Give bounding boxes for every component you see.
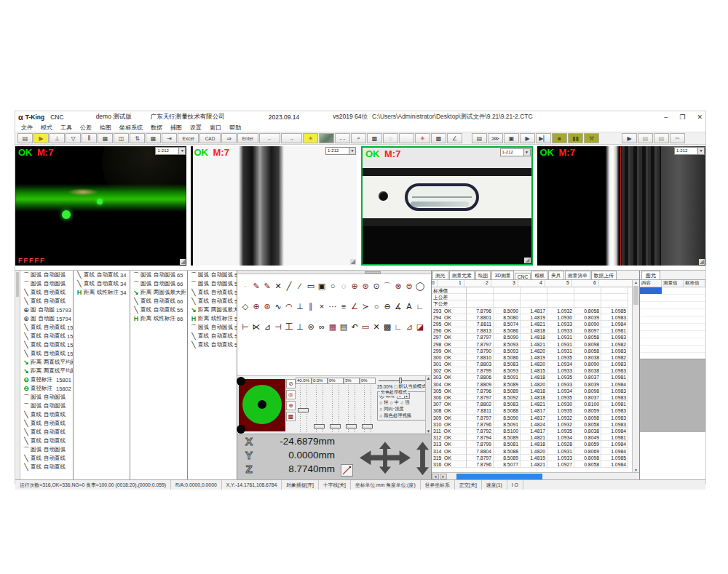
- measure-tool-icon[interactable]: ⊕: [350, 282, 359, 291]
- light-slider[interactable]: 0.0%: [312, 378, 328, 434]
- 圆弧[interactable]: ⌒ 圆弧 自动圆弧 55: [189, 279, 237, 288]
- cad-export-button[interactable]: CAD: [199, 133, 221, 143]
- stage-button[interactable]: ▦: [98, 133, 113, 143]
- construct-tool-icon[interactable]: 工: [285, 322, 293, 332]
- dither-button[interactable]: ▩: [431, 133, 446, 143]
- result-row[interactable]: 301 OK 7.8803 8.5083 1.4820 1.0934 0.809…: [432, 361, 639, 367]
- construct-tool-icon[interactable]: ▦: [328, 322, 337, 332]
- measure-tool-icon[interactable]: ⊛: [361, 282, 370, 291]
- result-row[interactable]: 305 OK 7.8796 8.5089 1.4818 1.0934 0.809…: [432, 388, 639, 394]
- lens-select[interactable]: 1-212▼: [500, 148, 531, 156]
- measure-tool-icon[interactable]: ⋯: [328, 302, 337, 311]
- 直线[interactable]: ╲ 直线 自动直线 55: [132, 306, 187, 314]
- result-row[interactable]: 296 OK 7.8813 8.5086 1.4818 1.0933 0.809…: [432, 327, 639, 334]
- slider-thumb[interactable]: [330, 424, 341, 428]
- resize-grip-icon[interactable]: ◢: [350, 259, 356, 265]
- radio-color-video[interactable]: ○: [379, 413, 382, 418]
- construct-tool-icon[interactable]: ▩: [383, 322, 392, 332]
- measure-tool-icon[interactable]: ⊥: [296, 302, 304, 311]
- block-button[interactable]: ▦: [146, 133, 161, 143]
- pattern-button[interactable]: ▩: [367, 133, 382, 143]
- 直径标注[interactable]: ⊖ 直径标注 15801: [22, 375, 73, 384]
- jog-z-arrows[interactable]: [416, 442, 429, 475]
- menu-item[interactable]: 捕图: [170, 124, 182, 132]
- measure-tool-icon[interactable]: ⊗: [394, 282, 403, 291]
- 圆弧[interactable]: ⌒ 圆弧 自动圆弧 65: [132, 271, 187, 279]
- light-mode-icon[interactable]: ◎: [286, 390, 296, 399]
- tool-button[interactable]: ⚒: [584, 133, 599, 143]
- measure-tool-icon[interactable]: ⊛: [263, 302, 272, 311]
- dash-button[interactable]: - -: [335, 133, 350, 143]
- measure-tool-icon[interactable]: ✎: [252, 282, 261, 291]
- radio-mid[interactable]: ○: [390, 400, 393, 405]
- next-button[interactable]: →: [281, 133, 302, 143]
- light-mode-icon[interactable]: ⊘: [286, 379, 296, 388]
- result-row[interactable]: 299 OK 7.8790 8.5093 1.4820 1.0931 0.805…: [432, 348, 639, 354]
- batch-button[interactable]: ⋙: [488, 133, 503, 143]
- minimize-button[interactable]: –: [664, 113, 668, 121]
- 距离[interactable]: ↘ 距离 两直线平均距离: [22, 358, 73, 367]
- scrollbar-thumb[interactable]: [456, 474, 542, 479]
- measure-tool-icon[interactable]: ⊖: [383, 302, 392, 311]
- light-mode-icon[interactable]: ▩: [286, 412, 296, 421]
- measure-tool-icon[interactable]: ◯: [416, 282, 424, 291]
- result-row[interactable]: 312 OK 7.8794 8.5089 1.4821 1.0934 0.804…: [432, 434, 639, 441]
- detail-rows[interactable]: [640, 287, 705, 359]
- panel-splitter[interactable]: [237, 271, 431, 274]
- menu-item[interactable]: 帮助: [229, 124, 241, 132]
- 距离[interactable]: ↘ 距离 两圆弧最大距离: [132, 288, 187, 297]
- excel-export-button[interactable]: Excel: [178, 133, 199, 143]
- diagonal-jog-button[interactable]: [341, 464, 353, 477]
- 直线[interactable]: ╲ 直线 自动直线 55: [189, 288, 237, 297]
- stop-button[interactable]: ■: [552, 133, 567, 143]
- detail-column-header[interactable]: 内容: [640, 280, 662, 287]
- 圆弧[interactable]: ⌒ 圆弧 自动圆弧: [22, 445, 73, 454]
- result-row[interactable]: 302 OK 7.8799 8.5093 1.4815 1.0933 0.803…: [432, 367, 639, 374]
- camera-view-1[interactable]: OK M:7 1-212▼ FFFFF ◢: [15, 146, 186, 266]
- result-row[interactable]: 304 OK 7.8809 8.5089 1.4820 1.0933 0.803…: [432, 381, 639, 388]
- 距离[interactable]: H 距离 线性标注 66: [132, 314, 187, 323]
- 圆弧[interactable]: ⌒ 圆弧 自动圆弧: [22, 393, 73, 402]
- measure-tool-icon[interactable]: ⊕: [252, 302, 261, 311]
- measure-tool-icon[interactable]: ⌒: [383, 282, 392, 291]
- results-tab[interactable]: 模板: [531, 271, 547, 279]
- chart-button[interactable]: ∠: [447, 133, 462, 143]
- 直线[interactable]: ╲ 直线 自动直线: [22, 288, 73, 297]
- light-slider[interactable]: 3%: [344, 378, 360, 434]
- grid-column-header[interactable]: 4: [518, 280, 545, 287]
- 距离[interactable]: ↘ 距离 两圆弧最大距离: [189, 306, 237, 314]
- close-button[interactable]: ✕: [697, 113, 703, 121]
- open2-button[interactable]: ▤: [654, 133, 669, 143]
- 圆弧[interactable]: ⌒ 圆弧 自动圆弧 66: [132, 279, 187, 288]
- construct-tool-icon[interactable]: ⋉: [252, 322, 261, 332]
- 直线[interactable]: ╲ 直线 自动直线 34: [75, 279, 130, 288]
- grid-column-header[interactable]: 2: [464, 280, 491, 287]
- result-row[interactable]: 315 OK 7.8797 8.5089 1.4819 1.0933 0.809…: [432, 455, 639, 461]
- result-row[interactable]: 297 OK 7.8797 8.5090 1.4818 1.0931 0.805…: [432, 334, 639, 340]
- construct-tool-icon[interactable]: ✕: [372, 322, 381, 332]
- slider-thumb[interactable]: [362, 424, 373, 428]
- construct-tool-icon[interactable]: ⊥: [296, 322, 304, 332]
- 圆弧[interactable]: ⌒ 圆弧 自动圆弧: [22, 279, 73, 288]
- slider-thumb[interactable]: [314, 424, 325, 428]
- menu-item[interactable]: 公差: [80, 124, 92, 132]
- send-button[interactable]: ⇒: [221, 133, 237, 143]
- result-row[interactable]: 303 OK 7.8806 8.5091 1.4818 1.0935 0.803…: [432, 374, 639, 380]
- menu-item[interactable]: 绘图: [100, 124, 111, 132]
- lens-select[interactable]: 1-212▼: [674, 147, 705, 155]
- 圆弧[interactable]: ⌒ 圆弧 自动圆弧: [22, 402, 73, 410]
- grid-column-header[interactable]: 6: [572, 280, 599, 287]
- result-row[interactable]: 310 OK 7.8796 8.5091 1.4824 1.0932 0.805…: [432, 421, 639, 428]
- result-row[interactable]: 下公差: [432, 300, 639, 307]
- resize-grip-icon[interactable]: ◢: [699, 259, 705, 265]
- measure-tool-icon[interactable]: ◌: [339, 282, 348, 291]
- default-mode-checkbox[interactable]: □: [394, 384, 397, 389]
- detail-column-header[interactable]: 标准值: [684, 280, 705, 287]
- construct-tool-icon[interactable]: ▤: [339, 322, 348, 332]
- resize-grip-icon[interactable]: ◢: [180, 259, 186, 265]
- 距离[interactable]: ↘ 距离 两直线平均距离: [22, 367, 73, 375]
- updown-button[interactable]: ⇅: [130, 133, 145, 143]
- light-slider[interactable]: 0%: [328, 378, 344, 434]
- measure-tool-icon[interactable]: ▣: [317, 282, 326, 291]
- 直线[interactable]: ╲ 直线 自动直线: [22, 454, 73, 463]
